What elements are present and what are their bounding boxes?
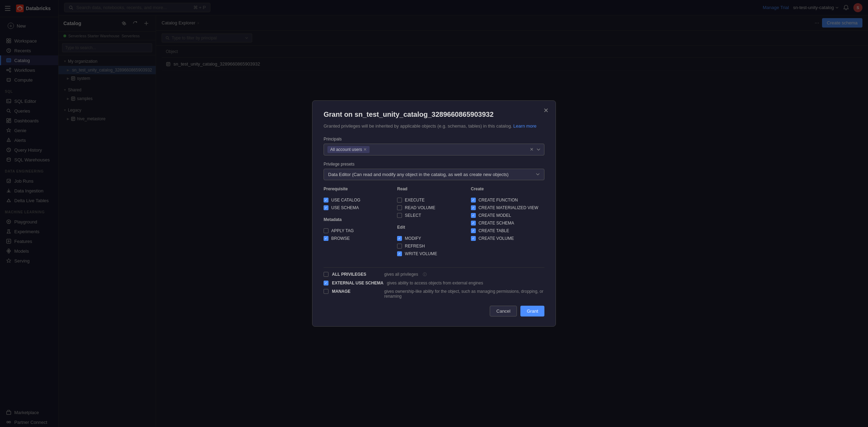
use-schema-label: USE SCHEMA xyxy=(331,205,359,210)
read-header: Read xyxy=(397,186,471,193)
priv-create-model[interactable]: CREATE MODEL xyxy=(471,212,544,219)
metadata-header: Metadata xyxy=(324,217,397,224)
browse-checkbox[interactable] xyxy=(324,236,328,241)
apply-tag-checkbox[interactable] xyxy=(324,228,328,233)
edit-header: Edit xyxy=(397,225,471,232)
use-catalog-checkbox[interactable] xyxy=(324,198,328,203)
execute-label: EXECUTE xyxy=(405,198,425,203)
priv-read-volume[interactable]: READ VOLUME xyxy=(397,204,471,212)
priv-create-table[interactable]: CREATE TABLE xyxy=(471,227,544,235)
all-privileges-checkbox[interactable] xyxy=(324,272,328,277)
select-label: SELECT xyxy=(405,213,421,218)
cancel-button[interactable]: Cancel xyxy=(490,306,517,317)
modal-divider xyxy=(324,267,544,268)
create-schema-label: CREATE SCHEMA xyxy=(479,221,514,226)
bottom-privileges: ALL PRIVILEGES gives all privileges ⓘ ✓ … xyxy=(324,272,544,299)
create-table-label: CREATE TABLE xyxy=(479,228,509,233)
write-volume-label: WRITE VOLUME xyxy=(405,251,437,256)
create-materialized-view-checkbox[interactable] xyxy=(471,205,476,210)
prerequisite-column: Prerequisite USE CATALOG USE SCHEMA Meta… xyxy=(324,186,397,262)
external-use-schema-name: EXTERNAL USE SCHEMA xyxy=(332,281,383,285)
modal-title: Grant on sn_test_unity_catalog_328966086… xyxy=(324,110,544,119)
browse-label: BROWSE xyxy=(331,236,350,241)
modify-label: MODIFY xyxy=(405,236,421,241)
grant-modal: ✕ Grant on sn_test_unity_catalog_3289660… xyxy=(312,100,556,327)
privileges-grid: Prerequisite USE CATALOG USE SCHEMA Meta… xyxy=(324,186,544,262)
all-privileges-info-icon[interactable]: ⓘ xyxy=(423,272,427,277)
read-volume-checkbox[interactable] xyxy=(397,205,402,210)
priv-browse[interactable]: BROWSE xyxy=(324,235,397,242)
external-use-schema-item: ✓ EXTERNAL USE SCHEMA gives ability to a… xyxy=(324,281,544,285)
use-schema-checkbox[interactable] xyxy=(324,205,328,210)
create-header: Create xyxy=(471,186,544,193)
privilege-preset-value: Data Editor (Can read and modify any obj… xyxy=(328,172,509,177)
learn-more-link[interactable]: Learn more xyxy=(513,123,536,129)
privilege-preset-dropdown[interactable]: Data Editor (Can read and modify any obj… xyxy=(324,169,544,180)
priv-refresh[interactable]: REFRESH xyxy=(397,242,471,250)
create-function-checkbox[interactable] xyxy=(471,198,476,203)
create-volume-label: CREATE VOLUME xyxy=(479,236,514,241)
execute-checkbox[interactable] xyxy=(397,198,402,203)
create-model-checkbox[interactable] xyxy=(471,213,476,218)
priv-modify[interactable]: MODIFY xyxy=(397,235,471,242)
create-volume-checkbox[interactable] xyxy=(471,236,476,241)
priv-create-volume[interactable]: CREATE VOLUME xyxy=(471,235,544,242)
priv-use-schema[interactable]: USE SCHEMA xyxy=(324,204,397,212)
use-catalog-label: USE CATALOG xyxy=(331,198,361,203)
principal-tag: All account users ✕ xyxy=(327,146,370,153)
create-function-label: CREATE FUNCTION xyxy=(479,198,518,203)
manage-item: MANAGE gives ownership-like ability for … xyxy=(324,289,544,299)
refresh-label: REFRESH xyxy=(405,244,425,249)
read-volume-label: READ VOLUME xyxy=(405,205,435,210)
principals-clear-button[interactable]: ✕ xyxy=(530,147,534,152)
read-column: Read EXECUTE READ VOLUME SELECT Edit xyxy=(397,186,471,262)
select-checkbox[interactable] xyxy=(397,213,402,218)
principals-input[interactable]: All account users ✕ ✕ xyxy=(324,144,544,155)
create-model-label: CREATE MODEL xyxy=(479,213,511,218)
create-materialized-view-label: CREATE MATERIALIZED VIEW xyxy=(479,205,538,210)
prerequisite-header: Prerequisite xyxy=(324,186,397,193)
privilege-presets-section: Privilege presets Data Editor (Can read … xyxy=(324,162,544,180)
create-schema-checkbox[interactable] xyxy=(471,221,476,226)
all-privileges-desc: gives all privileges xyxy=(384,272,418,277)
modal-overlay: ✕ Grant on sn_test_unity_catalog_3289660… xyxy=(0,0,868,427)
modal-footer: Cancel Grant xyxy=(324,306,544,317)
principal-tag-remove[interactable]: ✕ xyxy=(363,147,367,152)
manage-checkbox[interactable] xyxy=(324,289,328,294)
grant-button[interactable]: Grant xyxy=(520,306,544,317)
create-table-checkbox[interactable] xyxy=(471,228,476,233)
privilege-presets-label: Privilege presets xyxy=(324,162,544,167)
priv-use-catalog[interactable]: USE CATALOG xyxy=(324,196,397,204)
manage-name: MANAGE xyxy=(332,289,381,294)
priv-create-function[interactable]: CREATE FUNCTION xyxy=(471,196,544,204)
all-privileges-name: ALL PRIVILEGES xyxy=(332,272,381,277)
modal-close-button[interactable]: ✕ xyxy=(542,106,550,115)
priv-create-schema[interactable]: CREATE SCHEMA xyxy=(471,219,544,227)
principals-label: Principals xyxy=(324,137,544,142)
external-use-schema-checkbox[interactable]: ✓ xyxy=(324,281,328,285)
priv-execute[interactable]: EXECUTE xyxy=(397,196,471,204)
external-use-schema-desc: gives ability to access objects from ext… xyxy=(387,281,483,285)
modal-subtitle: Granted privileges will be inherited by … xyxy=(324,123,544,130)
priv-create-materialized-view[interactable]: CREATE MATERIALIZED VIEW xyxy=(471,204,544,212)
manage-desc: gives ownership-like ability for the obj… xyxy=(384,289,544,299)
create-column: Create CREATE FUNCTION CREATE MATERIALIZ… xyxy=(471,186,544,262)
priv-select[interactable]: SELECT xyxy=(397,212,471,219)
principals-section: Principals All account users ✕ ✕ xyxy=(324,137,544,155)
modify-checkbox[interactable] xyxy=(397,236,402,241)
priv-write-volume[interactable]: WRITE VOLUME xyxy=(397,250,471,258)
write-volume-checkbox[interactable] xyxy=(397,251,402,256)
principal-tag-label: All account users xyxy=(330,147,362,152)
refresh-checkbox[interactable] xyxy=(397,244,402,249)
priv-apply-tag[interactable]: APPLY TAG xyxy=(324,227,397,235)
apply-tag-label: APPLY TAG xyxy=(331,228,354,233)
principals-chevron-icon xyxy=(536,147,541,152)
all-privileges-item: ALL PRIVILEGES gives all privileges ⓘ xyxy=(324,272,544,277)
preset-chevron-icon xyxy=(536,172,540,176)
